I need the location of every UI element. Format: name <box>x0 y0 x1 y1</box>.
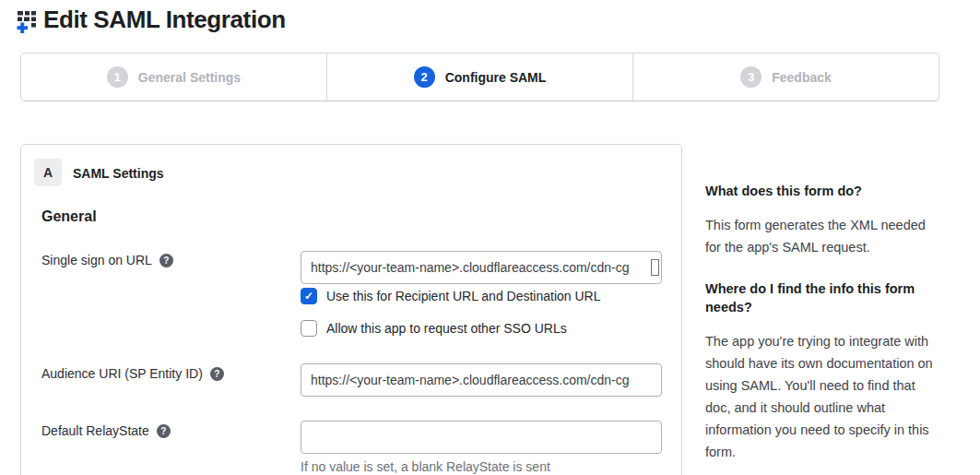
relay-state-label: Default RelayState <box>41 423 149 438</box>
step-label: General Settings <box>138 70 241 85</box>
help-icon[interactable]: ? <box>159 254 173 267</box>
saml-settings-panel: A SAML Settings General Single sign on U… <box>20 144 682 475</box>
page-title: Edit SAML Integration <box>43 6 286 34</box>
audience-uri-input-wrap <box>301 363 662 397</box>
audience-uri-label: Audience URI (SP Entity ID) <box>41 366 203 381</box>
check-icon: ✓ <box>304 291 313 302</box>
relay-state-helper-text: If no value is set, a blank RelayState i… <box>301 459 550 474</box>
help-heading-what: What does this form do? <box>705 182 939 200</box>
help-icon[interactable]: ? <box>157 424 171 438</box>
relay-state-label-row: Default RelayState ? <box>41 423 171 438</box>
page-header: Edit SAML Integration <box>15 6 286 34</box>
step-number-badge: 3 <box>740 66 762 88</box>
recipient-url-checkbox-row[interactable]: ✓ Use this for Recipient URL and Destina… <box>301 288 601 304</box>
other-sso-checkbox[interactable]: ✓ <box>301 320 317 337</box>
step-label: Configure SAML <box>445 70 547 85</box>
help-body-where: The app you're trying to integrate with … <box>705 330 939 463</box>
help-body-what: This form generates the XML needed for t… <box>705 214 939 258</box>
step-number-badge: 2 <box>414 66 435 88</box>
wizard-stepper: 1 General Settings 2 Configure SAML 3 Fe… <box>20 53 939 101</box>
recipient-url-checkbox[interactable]: ✓ <box>301 288 317 304</box>
step-configure-saml[interactable]: 2 Configure SAML <box>326 53 632 101</box>
audience-uri-label-row: Audience URI (SP Entity ID) ? <box>41 366 224 381</box>
sso-url-input[interactable] <box>301 251 662 284</box>
help-icon[interactable]: ? <box>210 367 224 381</box>
section-title: SAML Settings <box>73 166 164 181</box>
step-number-badge: 1 <box>107 66 128 88</box>
other-sso-checkbox-row[interactable]: ✓ Allow this app to request other SSO UR… <box>301 320 567 337</box>
group-heading-general: General <box>41 208 97 225</box>
section-badge: A <box>34 159 62 186</box>
step-label: Feedback <box>772 70 832 85</box>
help-heading-where: Where do I find the info this form needs… <box>705 279 939 316</box>
sso-url-label: Single sign on URL <box>41 253 152 267</box>
step-general-settings[interactable]: 1 General Settings <box>21 53 326 101</box>
apps-add-icon <box>15 7 40 33</box>
step-feedback[interactable]: 3 Feedback <box>632 53 939 101</box>
recipient-url-checkbox-label[interactable]: Use this for Recipient URL and Destinati… <box>326 289 601 303</box>
other-sso-checkbox-label[interactable]: Allow this app to request other SSO URLs <box>326 321 567 336</box>
relay-state-input-wrap <box>301 421 662 454</box>
relay-state-input[interactable] <box>301 421 662 454</box>
audience-uri-input[interactable] <box>301 363 662 397</box>
help-sidebar: What does this form do? This form genera… <box>705 182 939 475</box>
sso-url-input-wrap <box>301 251 662 284</box>
sso-url-label-row: Single sign on URL ? <box>41 253 173 267</box>
